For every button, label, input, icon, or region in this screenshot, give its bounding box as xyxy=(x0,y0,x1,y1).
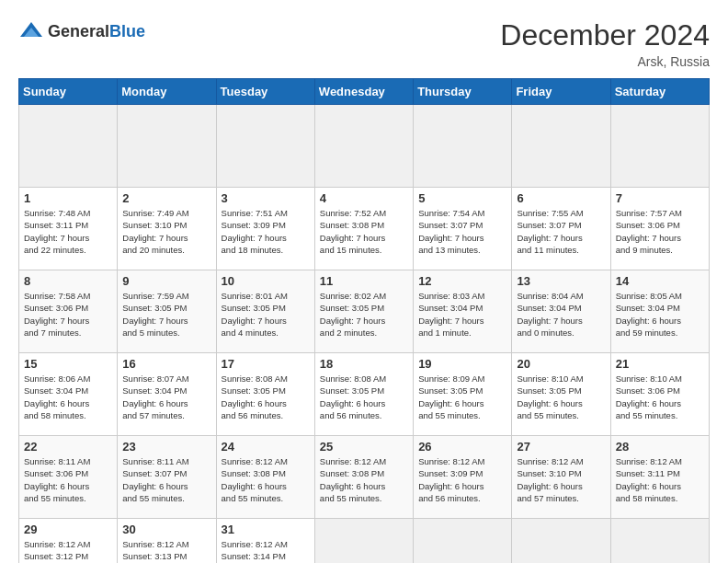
calendar-cell: 6Sunrise: 7:55 AMSunset: 3:07 PMDaylight… xyxy=(512,188,610,270)
calendar-cell: 4Sunrise: 7:52 AMSunset: 3:08 PMDaylight… xyxy=(314,188,413,270)
calendar-cell xyxy=(610,105,709,188)
calendar-cell: 18Sunrise: 8:08 AMSunset: 3:05 PMDayligh… xyxy=(314,353,413,436)
day-number: 18 xyxy=(320,357,408,371)
logo-text-general: General xyxy=(48,22,109,40)
cell-info: Sunrise: 7:57 AMSunset: 3:06 PMDaylight:… xyxy=(616,207,704,256)
day-number: 4 xyxy=(320,191,408,205)
cell-info: Sunrise: 8:08 AMSunset: 3:05 PMDaylight:… xyxy=(222,373,310,421)
calendar-cell: 31Sunrise: 8:12 AMSunset: 3:14 PMDayligh… xyxy=(216,519,314,564)
cell-info: Sunrise: 8:12 AMSunset: 3:08 PMDaylight:… xyxy=(320,455,408,504)
day-number: 17 xyxy=(222,357,310,371)
day-of-week-header: Monday xyxy=(118,79,216,105)
calendar-cell: 10Sunrise: 8:01 AMSunset: 3:05 PMDayligh… xyxy=(216,270,314,353)
logo-text-blue: Blue xyxy=(109,22,145,40)
calendar-cell: 5Sunrise: 7:54 AMSunset: 3:07 PMDaylight… xyxy=(414,188,512,270)
day-number: 6 xyxy=(517,191,605,205)
calendar-cell: 22Sunrise: 8:11 AMSunset: 3:06 PMDayligh… xyxy=(19,436,118,519)
day-number: 24 xyxy=(222,440,310,454)
cell-info: Sunrise: 8:01 AMSunset: 3:05 PMDaylight:… xyxy=(222,290,310,339)
cell-info: Sunrise: 7:51 AMSunset: 3:09 PMDaylight:… xyxy=(222,207,310,256)
day-of-week-header: Saturday xyxy=(610,79,709,105)
day-number: 3 xyxy=(222,191,310,205)
calendar-cell: 13Sunrise: 8:04 AMSunset: 3:04 PMDayligh… xyxy=(512,270,610,353)
day-number: 29 xyxy=(24,523,112,536)
calendar-cell: 9Sunrise: 7:59 AMSunset: 3:05 PMDaylight… xyxy=(118,270,216,353)
day-number: 25 xyxy=(320,440,408,454)
calendar-cell xyxy=(314,105,413,188)
calendar-cell: 29Sunrise: 8:12 AMSunset: 3:12 PMDayligh… xyxy=(19,519,118,564)
calendar-cell: 23Sunrise: 8:11 AMSunset: 3:07 PMDayligh… xyxy=(118,436,216,519)
day-number: 1 xyxy=(24,191,112,205)
calendar-cell: 17Sunrise: 8:08 AMSunset: 3:05 PMDayligh… xyxy=(216,353,314,436)
calendar-week-row: 29Sunrise: 8:12 AMSunset: 3:12 PMDayligh… xyxy=(19,519,710,564)
cell-info: Sunrise: 7:49 AMSunset: 3:10 PMDaylight:… xyxy=(122,207,210,256)
calendar-cell xyxy=(414,519,512,564)
cell-info: Sunrise: 8:12 AMSunset: 3:08 PMDaylight:… xyxy=(222,455,310,504)
calendar-cell: 27Sunrise: 8:12 AMSunset: 3:10 PMDayligh… xyxy=(512,436,610,519)
calendar-cell: 3Sunrise: 7:51 AMSunset: 3:09 PMDaylight… xyxy=(216,188,314,270)
calendar-table: SundayMondayTuesdayWednesdayThursdayFrid… xyxy=(18,78,710,563)
day-of-week-header: Friday xyxy=(512,79,610,105)
calendar-cell: 28Sunrise: 8:12 AMSunset: 3:11 PMDayligh… xyxy=(610,436,709,519)
cell-info: Sunrise: 8:12 AMSunset: 3:11 PMDaylight:… xyxy=(616,455,704,504)
calendar-cell xyxy=(414,105,512,188)
calendar-header-row: SundayMondayTuesdayWednesdayThursdayFrid… xyxy=(19,79,710,105)
day-of-week-header: Thursday xyxy=(414,79,512,105)
day-number: 11 xyxy=(320,274,408,288)
cell-info: Sunrise: 8:08 AMSunset: 3:05 PMDaylight:… xyxy=(320,373,408,421)
cell-info: Sunrise: 8:05 AMSunset: 3:04 PMDaylight:… xyxy=(616,290,704,339)
day-number: 9 xyxy=(122,274,210,288)
cell-info: Sunrise: 7:58 AMSunset: 3:06 PMDaylight:… xyxy=(24,290,112,339)
calendar-week-row: 22Sunrise: 8:11 AMSunset: 3:06 PMDayligh… xyxy=(19,436,710,519)
day-number: 8 xyxy=(24,274,112,288)
cell-info: Sunrise: 8:12 AMSunset: 3:13 PMDaylight:… xyxy=(122,538,210,563)
calendar-cell: 19Sunrise: 8:09 AMSunset: 3:05 PMDayligh… xyxy=(414,353,512,436)
cell-info: Sunrise: 8:02 AMSunset: 3:05 PMDaylight:… xyxy=(320,290,408,339)
day-number: 19 xyxy=(418,357,506,371)
day-number: 23 xyxy=(122,440,210,454)
calendar-cell xyxy=(314,519,413,564)
location: Arsk, Russia xyxy=(500,54,710,69)
cell-info: Sunrise: 8:12 AMSunset: 3:09 PMDaylight:… xyxy=(418,455,506,504)
page-header: GeneralBlue December 2024 Arsk, Russia xyxy=(18,18,710,69)
calendar-cell: 21Sunrise: 8:10 AMSunset: 3:06 PMDayligh… xyxy=(610,353,709,436)
calendar-cell: 26Sunrise: 8:12 AMSunset: 3:09 PMDayligh… xyxy=(414,436,512,519)
day-of-week-header: Tuesday xyxy=(216,79,314,105)
day-number: 27 xyxy=(517,440,605,454)
day-number: 5 xyxy=(418,191,506,205)
day-number: 14 xyxy=(616,274,704,288)
calendar-cell xyxy=(118,105,216,188)
cell-info: Sunrise: 8:09 AMSunset: 3:05 PMDaylight:… xyxy=(418,373,506,421)
day-number: 7 xyxy=(616,191,704,205)
cell-info: Sunrise: 8:06 AMSunset: 3:04 PMDaylight:… xyxy=(24,373,112,421)
cell-info: Sunrise: 7:52 AMSunset: 3:08 PMDaylight:… xyxy=(320,207,408,256)
calendar-cell: 16Sunrise: 8:07 AMSunset: 3:04 PMDayligh… xyxy=(118,353,216,436)
calendar-cell xyxy=(216,105,314,188)
cell-info: Sunrise: 8:10 AMSunset: 3:06 PMDaylight:… xyxy=(616,373,704,421)
day-of-week-header: Wednesday xyxy=(314,79,413,105)
cell-info: Sunrise: 8:12 AMSunset: 3:12 PMDaylight:… xyxy=(24,538,112,563)
calendar-cell xyxy=(512,105,610,188)
day-number: 31 xyxy=(222,523,310,536)
calendar-cell: 24Sunrise: 8:12 AMSunset: 3:08 PMDayligh… xyxy=(216,436,314,519)
cell-info: Sunrise: 8:03 AMSunset: 3:04 PMDaylight:… xyxy=(418,290,506,339)
cell-info: Sunrise: 8:07 AMSunset: 3:04 PMDaylight:… xyxy=(122,373,210,421)
cell-info: Sunrise: 8:11 AMSunset: 3:06 PMDaylight:… xyxy=(24,455,112,504)
cell-info: Sunrise: 7:48 AMSunset: 3:11 PMDaylight:… xyxy=(24,207,112,256)
day-number: 21 xyxy=(616,357,704,371)
month-title: December 2024 xyxy=(500,18,710,52)
day-number: 16 xyxy=(122,357,210,371)
calendar-cell: 20Sunrise: 8:10 AMSunset: 3:05 PMDayligh… xyxy=(512,353,610,436)
calendar-cell: 30Sunrise: 8:12 AMSunset: 3:13 PMDayligh… xyxy=(118,519,216,564)
calendar-cell: 7Sunrise: 7:57 AMSunset: 3:06 PMDaylight… xyxy=(610,188,709,270)
day-number: 26 xyxy=(418,440,506,454)
cell-info: Sunrise: 8:12 AMSunset: 3:10 PMDaylight:… xyxy=(517,455,605,504)
day-number: 22 xyxy=(24,440,112,454)
day-number: 28 xyxy=(616,440,704,454)
day-number: 12 xyxy=(418,274,506,288)
calendar-cell: 11Sunrise: 8:02 AMSunset: 3:05 PMDayligh… xyxy=(314,270,413,353)
calendar-week-row: 8Sunrise: 7:58 AMSunset: 3:06 PMDaylight… xyxy=(19,270,710,353)
day-of-week-header: Sunday xyxy=(19,79,118,105)
calendar-cell: 15Sunrise: 8:06 AMSunset: 3:04 PMDayligh… xyxy=(19,353,118,436)
calendar-cell xyxy=(610,519,709,564)
